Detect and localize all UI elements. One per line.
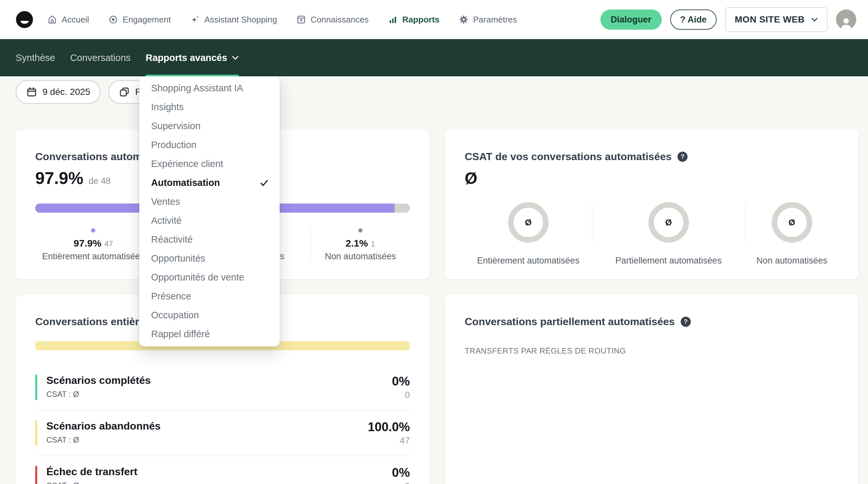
- nav-item-label: Paramètres: [473, 15, 517, 25]
- csat-donut-partiellement: Ø Partiellement automatisées: [592, 202, 745, 266]
- nav-item-label: Accueil: [62, 15, 89, 25]
- date-filter-label: 9 déc. 2025: [42, 87, 90, 97]
- row-title: Scénarios abandonnés: [46, 420, 368, 432]
- csat-donuts: Ø Entièrement automatisées Ø Partielleme…: [465, 202, 839, 266]
- nav-item-parametres[interactable]: Paramètres: [459, 14, 517, 25]
- stat-non-automatisees: 2.1%1 Non automatisées: [311, 228, 410, 262]
- legend-dot: [91, 228, 95, 232]
- row-body: Échec de transfert CSAT : Ø: [46, 466, 392, 484]
- dialoguer-button[interactable]: Dialoguer: [600, 9, 662, 30]
- bar-chart-icon: [388, 14, 398, 25]
- stat-value: 2.1%: [346, 238, 368, 249]
- card-csat: CSAT de vos conversations automatisées ?…: [445, 130, 858, 279]
- tab-synthese[interactable]: Synthèse: [16, 39, 55, 76]
- row-metrics: 0% 0: [392, 375, 410, 400]
- user-avatar[interactable]: [836, 9, 856, 30]
- stat-count: 1: [371, 239, 375, 249]
- menu-item-reactivite[interactable]: Réactivité: [140, 230, 280, 249]
- app-logo[interactable]: [16, 11, 33, 28]
- row-percentage: 0%: [392, 466, 410, 480]
- top-actions: Dialoguer ? Aide MON SITE WEB: [600, 7, 857, 32]
- tab-label: Synthèse: [16, 53, 55, 63]
- help-icon[interactable]: ?: [681, 317, 691, 327]
- archive-icon: [296, 14, 306, 25]
- nav-item-engagement[interactable]: Engagement: [108, 14, 170, 25]
- stat-entierement: 97.9%47 Entièrement automatisées: [35, 228, 151, 262]
- home-icon: [47, 14, 57, 25]
- row-body: Scénarios abandonnés CSAT : Ø: [46, 420, 368, 446]
- nav-item-label: Connaissances: [311, 15, 369, 25]
- menu-item-experience-client[interactable]: Expérience client: [140, 154, 280, 173]
- smiley-logo-icon: [16, 11, 33, 28]
- sparkles-icon: [190, 14, 200, 25]
- row-scenarios-completes: Scénarios complétés CSAT : Ø 0% 0: [35, 365, 410, 410]
- donut-value: Ø: [789, 218, 795, 228]
- primary-nav: Accueil Engagement Assistant Shopping Co…: [47, 14, 517, 25]
- row-count: 0: [392, 390, 410, 400]
- row-percentage: 100.0%: [368, 420, 410, 434]
- nav-item-accueil[interactable]: Accueil: [47, 14, 89, 25]
- stat-value: 97.9%: [74, 238, 101, 249]
- top-navbar: Accueil Engagement Assistant Shopping Co…: [0, 0, 868, 39]
- menu-item-opportunites-de-vente[interactable]: Opportunités de vente: [140, 268, 280, 287]
- secondary-nav: Synthèse Conversations Rapports avancés: [0, 39, 868, 76]
- nav-item-label: Engagement: [123, 15, 170, 25]
- row-metrics: 0% 0: [392, 466, 410, 484]
- card-partiellement-automatisees: Conversations partiellement automatisées…: [445, 295, 858, 484]
- automated-rate: 97.9%: [35, 168, 83, 188]
- menu-item-opportunites[interactable]: Opportunités: [140, 249, 280, 268]
- donut-chart: Ø: [648, 202, 689, 243]
- copy-folder-icon: [119, 87, 130, 98]
- row-csat: CSAT : Ø: [46, 390, 392, 399]
- donut-label: Entièrement automatisées: [465, 256, 592, 266]
- person-icon: [839, 17, 853, 30]
- calendar-icon: [26, 87, 37, 98]
- row-csat: CSAT : Ø: [46, 435, 368, 445]
- main-content: 9 déc. 2025 Proj Conversations automatis…: [0, 76, 868, 484]
- menu-item-supervision[interactable]: Supervision: [140, 117, 280, 135]
- card-title-text: Conversations partiellement automatisées: [465, 315, 675, 328]
- chevron-down-icon: [811, 18, 818, 22]
- help-icon[interactable]: ?: [677, 152, 687, 162]
- row-accent: [35, 375, 37, 400]
- menu-item-production[interactable]: Production: [140, 135, 280, 154]
- nav-item-connaissances[interactable]: Connaissances: [296, 14, 369, 25]
- check-icon: [260, 179, 269, 187]
- site-selector[interactable]: MON SITE WEB: [725, 7, 828, 32]
- menu-item-activite[interactable]: Activité: [140, 211, 280, 230]
- card-title: Conversations partiellement automatisées…: [465, 315, 839, 328]
- donut-chart: Ø: [772, 202, 812, 243]
- routing-section-label: TRANSFERTS PAR RÈGLES DE ROUTING: [465, 346, 839, 355]
- menu-item-insights[interactable]: Insights: [140, 98, 280, 117]
- nav-item-rapports[interactable]: Rapports: [388, 14, 439, 25]
- stat-label: Non automatisées: [311, 252, 410, 262]
- row-accent: [35, 466, 37, 484]
- target-icon: [108, 14, 119, 25]
- site-selector-label: MON SITE WEB: [735, 14, 805, 25]
- nav-item-assistant-shopping[interactable]: Assistant Shopping: [190, 14, 277, 25]
- card-title-text: CSAT de vos conversations automatisées: [465, 150, 672, 163]
- reports-menu: Shopping Assistant IA Insights Supervisi…: [140, 76, 280, 346]
- menu-item-automatisation[interactable]: Automatisation: [140, 173, 280, 192]
- donut-label: Non automatisées: [745, 256, 839, 266]
- row-scenarios-abandonnes: Scénarios abandonnés CSAT : Ø 100.0% 47: [35, 410, 410, 456]
- gear-icon: [459, 14, 469, 25]
- date-filter-button[interactable]: 9 déc. 2025: [16, 80, 100, 104]
- donut-chart: Ø: [508, 202, 549, 243]
- row-title: Scénarios complétés: [46, 375, 392, 386]
- row-csat: CSAT : Ø: [46, 481, 392, 484]
- csat-global-value: Ø: [465, 169, 839, 187]
- donut-label: Partiellement automatisées: [592, 256, 745, 266]
- tab-conversations[interactable]: Conversations: [70, 39, 130, 76]
- help-button[interactable]: ? Aide: [670, 9, 717, 30]
- row-percentage: 0%: [392, 375, 410, 388]
- tab-rapports-avances[interactable]: Rapports avancés: [146, 39, 239, 76]
- menu-item-occupation[interactable]: Occupation: [140, 305, 280, 324]
- menu-item-ventes[interactable]: Ventes: [140, 192, 280, 211]
- menu-item-rappel-differe[interactable]: Rappel différé: [140, 324, 280, 344]
- menu-item-shopping-assistant-ia[interactable]: Shopping Assistant IA: [140, 78, 280, 98]
- donut-value: Ø: [525, 218, 532, 228]
- row-metrics: 100.0% 47: [368, 420, 410, 446]
- app-screen: Accueil Engagement Assistant Shopping Co…: [0, 0, 868, 484]
- menu-item-presence[interactable]: Présence: [140, 287, 280, 305]
